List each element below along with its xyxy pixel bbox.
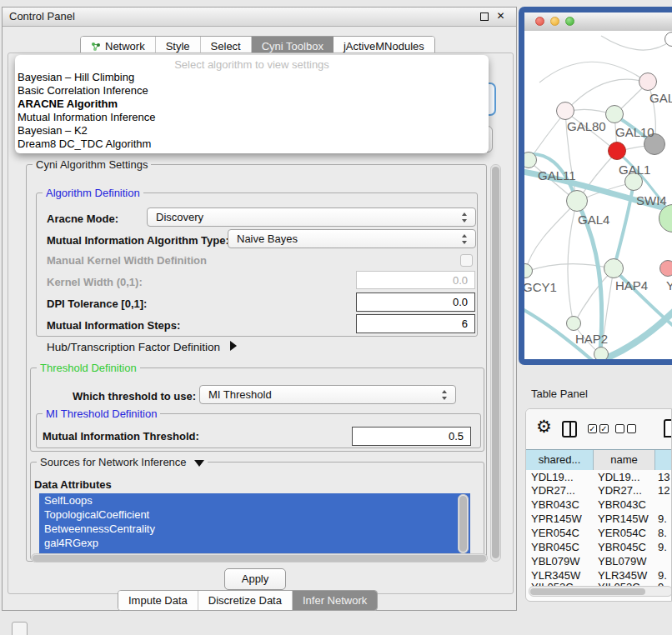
checkbox-unchecked-icon[interactable] <box>615 424 624 433</box>
table-cell[interactable]: YBL079W <box>531 555 591 568</box>
node-label: Y <box>666 278 672 292</box>
settings-vertical-scrollbar[interactable] <box>490 164 501 562</box>
table-cell[interactable]: YLR345W <box>598 569 653 582</box>
table-cell[interactable]: YDL19... <box>598 471 653 483</box>
table-cell[interactable]: 9. <box>658 541 672 553</box>
settings-horizontal-scrollbar[interactable] <box>31 553 488 562</box>
network-node-hap2[interactable] <box>566 316 581 331</box>
traffic-light-zoom-icon[interactable] <box>565 17 574 26</box>
node-label: GCY1 <box>524 280 557 294</box>
checkbox-checked-icon[interactable]: ✓ <box>588 424 597 433</box>
table-cell[interactable]: YPR145W <box>531 512 591 525</box>
algorithm-option[interactable]: Bayesian – Hill Climbing <box>18 71 484 84</box>
table-cell[interactable]: YER054C <box>598 527 653 539</box>
checkbox-unchecked-icon[interactable] <box>627 424 636 433</box>
disclosure-down-icon <box>194 460 204 467</box>
kernel-width-label: Kernel Width (0,1): <box>47 276 143 288</box>
tab-label: Cyni Toolbox <box>262 40 323 52</box>
corner-panel-icon[interactable] <box>12 622 28 635</box>
tab-discretize-data[interactable]: Discretize Data <box>198 591 293 610</box>
table-cell[interactable]: YPR145W <box>598 512 653 525</box>
tab-label: Network <box>105 40 145 52</box>
list-item[interactable]: gal4RGexp <box>39 536 470 550</box>
combo-value: Discovery <box>156 211 203 223</box>
control-panel-window: Control Panel ✕ Network Style Select Cyn… <box>2 7 517 611</box>
tab-impute-data[interactable]: Impute Data <box>118 591 198 610</box>
algorithm-option[interactable]: Dream8 DC_TDC Algorithm <box>18 138 484 151</box>
popup-hint-text: Select algorithm to view settings <box>15 58 489 71</box>
table-cell[interactable]: YDR27... <box>531 484 591 497</box>
hub-definition-label: Hub/Transcription Factor Definition <box>47 341 220 353</box>
network-node-hap4[interactable] <box>604 258 624 278</box>
list-item[interactable]: BetweennessCentrality <box>39 522 470 536</box>
mi-algorithm-type-combobox[interactable]: Naive Bayes <box>228 229 476 248</box>
combo-value: Naive Bayes <box>237 232 298 245</box>
table-cell[interactable]: YBR045C <box>531 541 591 553</box>
algorithm-option-selected[interactable]: ARACNE Algorithm <box>18 98 484 111</box>
network-window-titlebar[interactable] <box>524 12 672 32</box>
table-panel-title: Table Panel <box>531 388 588 400</box>
hub-definition-disclosure[interactable]: Hub/Transcription Factor Definition <box>47 341 237 353</box>
list-item[interactable]: TopologicalCoefficient <box>39 508 470 522</box>
dpi-tolerance-field[interactable]: 0.0 <box>356 292 475 312</box>
float-window-icon[interactable] <box>480 12 489 21</box>
document-icon[interactable] <box>664 419 672 438</box>
tab-label: jActiveMNodules <box>344 40 424 52</box>
checkbox-checked-icon[interactable]: ✓ <box>599 424 609 433</box>
table-cell[interactable]: YLR345W <box>531 569 591 582</box>
tab-label: Select <box>211 40 241 52</box>
combo-stepper-icon <box>442 390 448 400</box>
table-cell[interactable]: YER054C <box>531 527 591 539</box>
apply-button[interactable]: Apply <box>224 568 286 590</box>
table-cell[interactable]: 9. <box>658 569 672 582</box>
split-view-icon[interactable] <box>562 421 577 438</box>
traffic-light-minimize-icon[interactable] <box>550 17 559 26</box>
column-header-shared[interactable]: shared... <box>526 450 594 470</box>
network-node-red[interactable] <box>608 142 626 160</box>
table-cell[interactable]: YDL19... <box>531 471 591 483</box>
table-cell[interactable]: YBR045C <box>598 541 653 553</box>
network-node[interactable] <box>639 72 657 91</box>
close-icon[interactable]: ✕ <box>495 11 506 22</box>
group-title: Cyni Algorithm Settings <box>33 158 151 171</box>
network-node-gal4[interactable] <box>566 190 588 212</box>
tab-label: Infer Network <box>303 594 367 607</box>
algorithm-option[interactable]: Mutual Information Inference <box>18 111 484 124</box>
which-threshold-combobox[interactable]: MI Threshold <box>199 385 456 404</box>
table-cell[interactable]: 9. <box>658 512 672 525</box>
algorithm-option[interactable]: Basic Correlation Inference <box>18 84 484 98</box>
aracne-mode-combobox[interactable]: Discovery <box>147 208 476 227</box>
table-cell[interactable]: 13 <box>658 471 672 483</box>
traffic-light-close-icon[interactable] <box>535 17 544 26</box>
table-cell[interactable]: YDR27... <box>598 484 653 497</box>
table-toolbar: ⚙ ✓ ✓ <box>526 409 672 449</box>
table-cell[interactable]: 12 <box>658 484 672 497</box>
table-horizontal-scrollbar[interactable] <box>529 586 672 597</box>
mi-threshold-label: Mutual Information Threshold: <box>43 430 199 442</box>
algorithm-option[interactable]: Bayesian – K2 <box>18 124 484 138</box>
manual-kernel-checkbox <box>460 254 473 267</box>
table-cell[interactable]: YBL079W <box>598 555 653 568</box>
mi-steps-field[interactable]: 6 <box>356 314 475 333</box>
tab-infer-network[interactable]: Infer Network <box>293 591 377 610</box>
group-title: MI Threshold Definition <box>43 408 160 420</box>
tab-label: Style <box>166 40 190 52</box>
table-cell[interactable]: 8. <box>658 527 672 539</box>
network-node-gal80[interactable] <box>556 102 574 120</box>
control-panel-titlebar[interactable]: Control Panel ✕ <box>3 8 516 27</box>
network-canvas[interactable]: GAL GAL80 GAL10 GAL1 GAL11 SWI4 GAL4 GCY… <box>524 31 672 359</box>
column-header-partial[interactable] <box>655 450 672 470</box>
network-node-salmon[interactable] <box>659 260 672 277</box>
list-item[interactable]: SelfLoops <box>39 493 470 508</box>
mi-threshold-field[interactable]: 0.5 <box>352 427 471 446</box>
table-cell[interactable]: YBR043C <box>531 498 591 511</box>
table-cell[interactable]: YBR043C <box>598 498 653 511</box>
node-label: GAL10 <box>615 125 654 139</box>
sources-disclosure[interactable]: Sources for Network Inference <box>37 456 208 468</box>
list-scrollbar[interactable] <box>458 494 469 553</box>
column-header-name[interactable]: name <box>594 450 655 470</box>
network-node-gal10[interactable] <box>605 105 624 123</box>
gear-icon[interactable]: ⚙ <box>536 417 552 437</box>
dpi-tolerance-label: DPI Tolerance [0,1]: <box>47 298 147 310</box>
network-node[interactable] <box>594 347 609 359</box>
